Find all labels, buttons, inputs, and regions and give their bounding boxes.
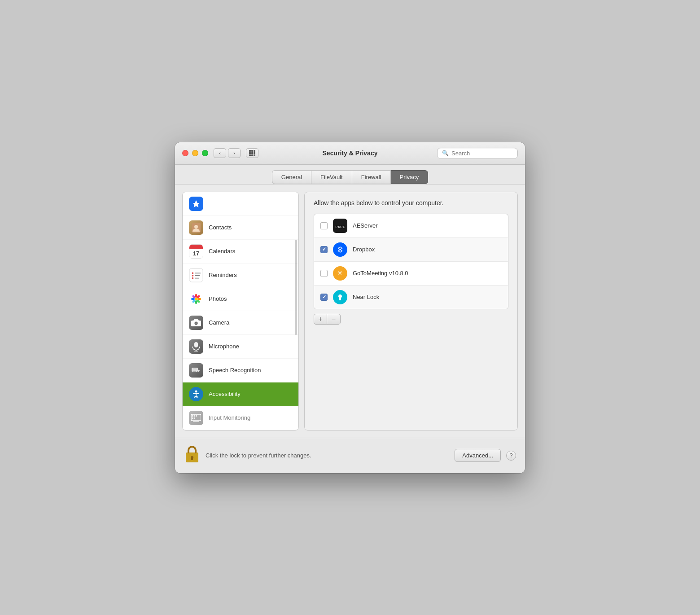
- svg-rect-46: [196, 415, 197, 417]
- table-row: Near Lock: [314, 286, 508, 309]
- tab-privacy[interactable]: Privacy: [391, 170, 429, 184]
- search-input[interactable]: [451, 150, 513, 157]
- sidebar-item-microphone[interactable]: Microphone: [183, 335, 298, 359]
- accessibility-icon: [189, 387, 203, 401]
- svg-rect-2: [254, 150, 255, 152]
- svg-point-23: [195, 298, 197, 300]
- svg-rect-34: [194, 342, 198, 347]
- reminders-icon: [189, 268, 203, 282]
- minimize-button[interactable]: [192, 150, 198, 156]
- gotomeeting-icon: ✳: [333, 266, 347, 281]
- forward-button[interactable]: ›: [228, 148, 241, 158]
- sidebar: Contacts 17 Calendars: [182, 192, 299, 430]
- svg-rect-49: [193, 421, 199, 422]
- svg-point-42: [195, 390, 197, 392]
- svg-rect-13: [189, 247, 203, 249]
- svg-rect-0: [249, 150, 251, 152]
- tab-firewall[interactable]: Firewall: [352, 170, 391, 184]
- tab-general[interactable]: General: [272, 170, 311, 184]
- sidebar-item-accessibility[interactable]: Accessibility: [183, 382, 298, 406]
- list-controls: + −: [314, 314, 508, 325]
- window-title: Security & Privacy: [323, 149, 378, 157]
- calendars-icon: 17: [189, 244, 203, 259]
- grid-button[interactable]: [246, 148, 258, 158]
- gotomeeting-name: GoToMeeting v10.8.0: [353, 270, 408, 277]
- svg-rect-6: [249, 154, 251, 156]
- advanced-button[interactable]: Advanced...: [455, 449, 501, 462]
- tab-filevault[interactable]: FileVault: [311, 170, 352, 184]
- nearlock-checkbox[interactable]: [320, 294, 328, 301]
- nav-buttons: ‹ ›: [214, 148, 241, 158]
- svg-point-20: [192, 277, 194, 279]
- accessibility-label: Accessibility: [209, 391, 241, 397]
- nearlock-name: Near Lock: [353, 294, 379, 300]
- tabbar: General FileVault Firewall Privacy: [175, 165, 525, 184]
- sidebar-item-top[interactable]: [183, 192, 298, 216]
- traffic-lights: [182, 150, 208, 156]
- speech-icon: [189, 363, 203, 378]
- table-row: Dropbox: [314, 238, 508, 262]
- sidebar-item-reminders[interactable]: Reminders: [183, 264, 298, 287]
- close-button[interactable]: [182, 150, 188, 156]
- svg-rect-58: [191, 457, 193, 460]
- titlebar: ‹ › Security & Privacy 🔍: [175, 142, 525, 165]
- sidebar-item-camera[interactable]: Camera: [183, 311, 298, 335]
- maximize-button[interactable]: [202, 150, 208, 156]
- remove-app-button[interactable]: −: [327, 314, 341, 325]
- photos-icon: [189, 292, 203, 306]
- microphone-icon: [189, 339, 203, 354]
- search-icon: 🔍: [442, 150, 449, 156]
- help-button[interactable]: ?: [506, 451, 516, 461]
- sidebar-item-input[interactable]: Input Monitoring: [183, 406, 298, 430]
- aeserver-checkbox[interactable]: [320, 222, 328, 229]
- main-content: Allow the apps below to control your com…: [304, 192, 518, 430]
- back-button[interactable]: ‹: [214, 148, 226, 158]
- svg-rect-3: [249, 152, 251, 154]
- table-row: exec AEServer: [314, 214, 508, 238]
- svg-rect-21: [195, 277, 199, 278]
- dropbox-name: Dropbox: [353, 246, 375, 253]
- top-icon: [189, 197, 203, 211]
- search-bar[interactable]: 🔍: [437, 148, 518, 159]
- svg-rect-19: [195, 275, 200, 276]
- svg-rect-7: [251, 154, 253, 156]
- svg-rect-8: [254, 154, 255, 156]
- svg-point-33: [195, 322, 197, 324]
- svg-text:17: 17: [193, 250, 199, 257]
- input-icon: [189, 411, 203, 425]
- lock-icon[interactable]: [184, 444, 200, 467]
- microphone-label: Microphone: [209, 343, 239, 350]
- svg-rect-4: [251, 152, 253, 154]
- svg-rect-17: [195, 272, 201, 273]
- nearlock-icon: [333, 290, 347, 304]
- svg-rect-5: [254, 152, 255, 154]
- app-list: exec AEServer Dropbox: [314, 214, 508, 309]
- content-area: Contacts 17 Calendars: [175, 184, 525, 438]
- svg-rect-1: [251, 150, 253, 152]
- table-row: ✳ GoToMeeting v10.8.0: [314, 262, 508, 286]
- svg-rect-48: [194, 417, 195, 419]
- sidebar-item-photos[interactable]: Photos: [183, 287, 298, 311]
- svg-point-18: [192, 275, 194, 277]
- main-description: Allow the apps below to control your com…: [314, 199, 508, 206]
- photos-label: Photos: [209, 295, 227, 302]
- sidebar-item-contacts[interactable]: Contacts: [183, 216, 298, 240]
- sidebar-item-speech[interactable]: Speech Recognition: [183, 359, 298, 382]
- sidebar-item-calendars[interactable]: 17 Calendars: [183, 240, 298, 264]
- footer: Click the lock to prevent further change…: [175, 438, 525, 473]
- dropbox-icon: [333, 242, 347, 257]
- sidebar-scrollbar[interactable]: [295, 240, 297, 335]
- reminders-label: Reminders: [209, 272, 237, 278]
- calendars-label: Calendars: [209, 248, 235, 255]
- svg-point-16: [192, 272, 194, 274]
- dropbox-checkbox[interactable]: [320, 246, 328, 253]
- svg-rect-44: [192, 415, 193, 417]
- svg-text:✳: ✳: [337, 269, 343, 277]
- add-app-button[interactable]: +: [314, 314, 327, 325]
- speech-label: Speech Recognition: [209, 367, 261, 373]
- contacts-label: Contacts: [209, 224, 232, 231]
- gotomeeting-checkbox[interactable]: [320, 270, 328, 277]
- system-preferences-window: ‹ › Security & Privacy 🔍 General FileV: [175, 142, 525, 473]
- camera-label: Camera: [209, 319, 229, 326]
- svg-rect-45: [194, 415, 195, 417]
